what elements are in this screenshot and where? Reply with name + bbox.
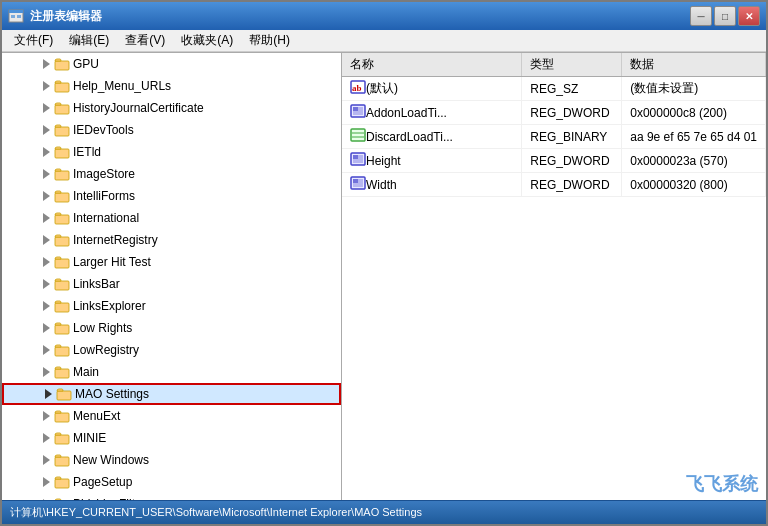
tree-item[interactable]: LowRegistry — [2, 339, 341, 361]
tree-item[interactable]: GPU — [2, 53, 341, 75]
tree-item[interactable]: PageSetup — [2, 471, 341, 493]
table-row[interactable]: DiscardLoadTi...REG_BINARYaa 9e ef 65 7e… — [342, 125, 766, 149]
main-content: GPU Help_Menu_URLs HistoryJournalCertifi… — [2, 52, 766, 500]
svg-rect-32 — [352, 136, 364, 138]
menu-help[interactable]: 帮助(H) — [241, 30, 298, 51]
maximize-button[interactable]: □ — [714, 6, 736, 26]
tree-item[interactable]: InternetRegistry — [2, 229, 341, 251]
tree-expander[interactable] — [38, 210, 54, 226]
tree-expander[interactable] — [38, 364, 54, 380]
reg-data-cell: 0x0000023a (570) — [622, 149, 766, 173]
tree-item[interactable]: LinksBar — [2, 273, 341, 295]
tree-expander[interactable] — [38, 474, 54, 490]
svg-rect-9 — [55, 171, 69, 180]
tree-expander[interactable] — [38, 276, 54, 292]
tree-label: MINIE — [73, 431, 106, 445]
tree-item[interactable]: IETld — [2, 141, 341, 163]
folder-icon — [54, 232, 70, 248]
svg-rect-17 — [55, 347, 69, 356]
reg-type-icon — [350, 127, 366, 146]
minimize-button[interactable]: ─ — [690, 6, 712, 26]
status-path: 计算机\HKEY_CURRENT_USER\Software\Microsoft… — [10, 505, 422, 520]
close-button[interactable]: ✕ — [738, 6, 760, 26]
tree-item[interactable]: New Windows — [2, 449, 341, 471]
tree-expander[interactable] — [40, 386, 56, 402]
folder-icon — [54, 452, 70, 468]
tree-item[interactable]: MINIE — [2, 427, 341, 449]
tree-item[interactable]: Larger Hit Test — [2, 251, 341, 273]
tree-item[interactable]: HistoryJournalCertificate — [2, 97, 341, 119]
svg-rect-19 — [57, 391, 71, 400]
reg-name-cell: DiscardLoadTi... — [342, 125, 522, 149]
tree-item[interactable]: International — [2, 207, 341, 229]
tree-expander[interactable] — [38, 254, 54, 270]
folder-icon — [54, 364, 70, 380]
svg-rect-7 — [55, 127, 69, 136]
status-bar: 计算机\HKEY_CURRENT_USER\Software\Microsoft… — [2, 500, 766, 524]
svg-rect-30 — [351, 129, 365, 141]
table-row[interactable]: ab (默认)REG_SZ(数值未设置) — [342, 77, 766, 101]
svg-text:ab: ab — [352, 83, 362, 93]
table-row[interactable]: AddonLoadTi...REG_DWORD0x000000c8 (200) — [342, 101, 766, 125]
tree-expander[interactable] — [38, 144, 54, 160]
folder-icon — [54, 100, 70, 116]
tree-item[interactable]: Help_Menu_URLs — [2, 75, 341, 97]
folder-icon — [54, 254, 70, 270]
table-row[interactable]: WidthREG_DWORD0x00000320 (800) — [342, 173, 766, 197]
reg-name: Width — [366, 178, 397, 192]
tree-item[interactable]: PhishingFilter — [2, 493, 341, 500]
col-data[interactable]: 数据 — [622, 53, 766, 77]
svg-rect-13 — [55, 259, 69, 268]
reg-type-cell: REG_DWORD — [522, 101, 622, 125]
tree-item[interactable]: IEDevTools — [2, 119, 341, 141]
col-type[interactable]: 类型 — [522, 53, 622, 77]
registry-values[interactable]: 名称 类型 数据 ab (默认)REG_SZ(数值未设置) AddonLoadT… — [342, 53, 766, 500]
menu-edit[interactable]: 编辑(E) — [61, 30, 117, 51]
menu-bar: 文件(F) 编辑(E) 查看(V) 收藏夹(A) 帮助(H) — [2, 30, 766, 52]
tree-expander[interactable] — [38, 342, 54, 358]
tree-expander[interactable] — [38, 298, 54, 314]
folder-icon — [54, 78, 70, 94]
folder-icon — [54, 188, 70, 204]
tree-label: Help_Menu_URLs — [73, 79, 171, 93]
tree-expander[interactable] — [38, 188, 54, 204]
reg-data-cell: 0x000000c8 (200) — [622, 101, 766, 125]
tree-expander[interactable] — [38, 430, 54, 446]
reg-name-cell: AddonLoadTi... — [342, 101, 522, 125]
reg-name: AddonLoadTi... — [366, 106, 447, 120]
tree-expander[interactable] — [38, 100, 54, 116]
col-name[interactable]: 名称 — [342, 53, 522, 77]
tree-label: MenuExt — [73, 409, 120, 423]
tree-expander[interactable] — [38, 166, 54, 182]
reg-data-cell: aa 9e ef 65 7e 65 d4 01 — [622, 125, 766, 149]
registry-tree[interactable]: GPU Help_Menu_URLs HistoryJournalCertifi… — [2, 53, 342, 500]
menu-file[interactable]: 文件(F) — [6, 30, 61, 51]
tree-item[interactable]: MenuExt — [2, 405, 341, 427]
svg-rect-12 — [55, 237, 69, 246]
folder-icon — [54, 166, 70, 182]
svg-rect-15 — [55, 303, 69, 312]
tree-expander[interactable] — [38, 122, 54, 138]
svg-rect-14 — [55, 281, 69, 290]
tree-item[interactable]: MAO Settings — [2, 383, 341, 405]
reg-name-cell: ab (默认) — [342, 77, 522, 101]
folder-icon — [54, 496, 70, 500]
tree-expander[interactable] — [38, 452, 54, 468]
tree-expander[interactable] — [38, 56, 54, 72]
tree-label: ImageStore — [73, 167, 135, 181]
tree-item[interactable]: LinksExplorer — [2, 295, 341, 317]
menu-view[interactable]: 查看(V) — [117, 30, 173, 51]
tree-expander[interactable] — [38, 78, 54, 94]
reg-data-cell: (数值未设置) — [622, 77, 766, 101]
menu-favorites[interactable]: 收藏夹(A) — [173, 30, 241, 51]
tree-item[interactable]: Main — [2, 361, 341, 383]
tree-expander[interactable] — [38, 408, 54, 424]
reg-type-cell: REG_DWORD — [522, 173, 622, 197]
tree-expander[interactable] — [38, 320, 54, 336]
tree-expander[interactable] — [38, 232, 54, 248]
folder-icon — [54, 276, 70, 292]
table-row[interactable]: HeightREG_DWORD0x0000023a (570) — [342, 149, 766, 173]
tree-item[interactable]: Low Rights — [2, 317, 341, 339]
tree-item[interactable]: ImageStore — [2, 163, 341, 185]
tree-item[interactable]: IntelliForms — [2, 185, 341, 207]
